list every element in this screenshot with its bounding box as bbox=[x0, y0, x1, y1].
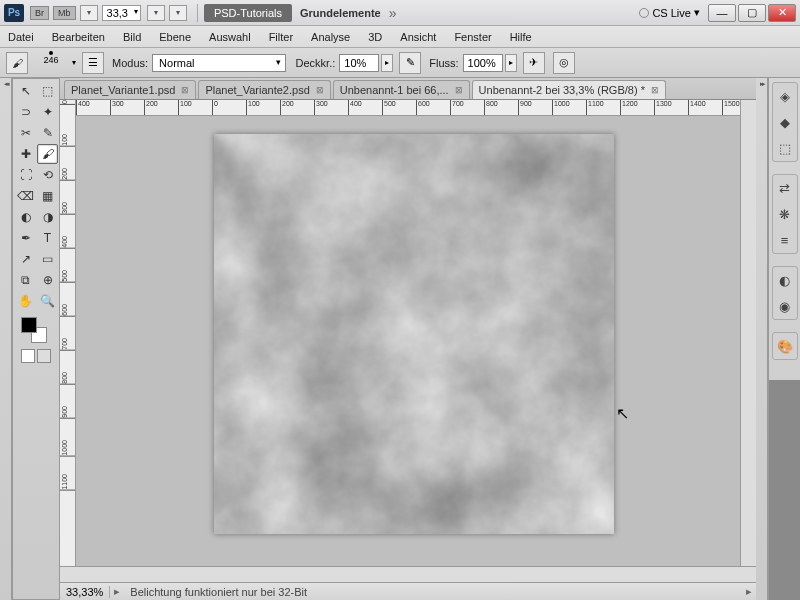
menu-filter[interactable]: Filter bbox=[269, 31, 293, 43]
arrange-dropdown-icon[interactable] bbox=[147, 5, 165, 21]
dropdown-arrow-icon[interactable]: ▾ bbox=[72, 58, 76, 67]
menu-bearbeiten[interactable]: Bearbeiten bbox=[52, 31, 105, 43]
flow-flyout-icon[interactable]: ▸ bbox=[505, 54, 517, 72]
workspace: ↖⬚⊃✦✂✎✚🖌⛶⟲⌫▦◐◑✒T↗▭⧉⊕✋🔍 Planet_Variante1.… bbox=[0, 78, 800, 600]
history-brush-tool[interactable]: ⟲ bbox=[37, 165, 58, 185]
status-flyout-icon[interactable]: ▸ bbox=[110, 585, 124, 598]
mode-label: Modus: bbox=[112, 57, 148, 69]
opacity-input[interactable]: 10% bbox=[339, 54, 379, 72]
panel-icon[interactable]: ◉ bbox=[775, 296, 795, 316]
menu-fenster[interactable]: Fenster bbox=[454, 31, 491, 43]
maximize-button[interactable]: ▢ bbox=[738, 4, 766, 22]
status-flyout2-icon[interactable]: ▸ bbox=[742, 585, 756, 598]
shape-tool[interactable]: ▭ bbox=[37, 249, 58, 269]
minibridge-badge[interactable]: Mb bbox=[53, 6, 76, 20]
gradient-tool[interactable]: ▦ bbox=[37, 186, 58, 206]
menu-ansicht[interactable]: Ansicht bbox=[400, 31, 436, 43]
hand-tool[interactable]: ✋ bbox=[15, 291, 36, 311]
zoom-select[interactable]: 33,3 bbox=[102, 5, 141, 21]
right-collapse-strip[interactable] bbox=[756, 78, 768, 600]
opacity-flyout-icon[interactable]: ▸ bbox=[381, 54, 393, 72]
lasso-tool[interactable]: ⊃ bbox=[15, 102, 36, 122]
panel-icon[interactable]: ◐ bbox=[775, 270, 795, 290]
status-zoom[interactable]: 33,33% bbox=[60, 586, 110, 598]
stamp-tool[interactable]: ⛶ bbox=[15, 165, 36, 185]
tab-close-icon[interactable]: ⊠ bbox=[181, 85, 189, 95]
eyedropper-tool[interactable]: ✎ bbox=[37, 123, 58, 143]
document-tab[interactable]: Planet_Variante1.psd⊠ bbox=[64, 80, 196, 99]
panel-icon[interactable]: ◈ bbox=[775, 86, 795, 106]
cslive-button[interactable]: CS Live ▾ bbox=[639, 6, 700, 19]
chevrons-icon[interactable]: » bbox=[389, 5, 397, 21]
tab-close-icon[interactable]: ⊠ bbox=[651, 85, 659, 95]
vertical-scrollbar[interactable] bbox=[740, 100, 756, 566]
screenmode-dropdown-icon[interactable] bbox=[169, 5, 187, 21]
toolbox: ↖⬚⊃✦✂✎✚🖌⛶⟲⌫▦◐◑✒T↗▭⧉⊕✋🔍 bbox=[12, 78, 60, 600]
path-tool[interactable]: ↗ bbox=[15, 249, 36, 269]
dodge-tool[interactable]: ◑ bbox=[37, 207, 58, 227]
panel-icon[interactable]: 🎨 bbox=[775, 336, 795, 356]
tab-close-icon[interactable]: ⊠ bbox=[316, 85, 324, 95]
tab-close-icon[interactable]: ⊠ bbox=[455, 85, 463, 95]
airbrush-icon[interactable]: ✈ bbox=[523, 52, 545, 74]
tablet-opacity-icon[interactable]: ✎ bbox=[399, 52, 421, 74]
panel-icon[interactable]: ⬚ bbox=[775, 138, 795, 158]
horizontal-ruler: 4003002001000100200300400500600700800900… bbox=[76, 100, 740, 116]
brush-preview[interactable]: 246 bbox=[36, 51, 66, 75]
type-tool[interactable]: T bbox=[37, 228, 58, 248]
film-dropdown-icon[interactable] bbox=[80, 5, 98, 21]
heal-tool[interactable]: ✚ bbox=[15, 144, 36, 164]
tablet-size-icon[interactable]: ◎ bbox=[553, 52, 575, 74]
panel-icon[interactable]: ≡ bbox=[775, 230, 795, 250]
canvas-viewport[interactable]: ↖ bbox=[76, 116, 740, 566]
crop-tool[interactable]: ✂ bbox=[15, 123, 36, 143]
panel-icon[interactable]: ❋ bbox=[775, 204, 795, 224]
color-swatches[interactable] bbox=[15, 317, 57, 345]
canvas[interactable] bbox=[214, 134, 614, 534]
move-tool[interactable]: ↖ bbox=[15, 81, 36, 101]
panel-icon[interactable]: ⇄ bbox=[775, 178, 795, 198]
close-button[interactable]: ✕ bbox=[768, 4, 796, 22]
left-collapse-strip[interactable] bbox=[0, 78, 12, 600]
zoom-tool[interactable]: 🔍 bbox=[37, 291, 58, 311]
menu-3d[interactable]: 3D bbox=[368, 31, 382, 43]
3d-tool[interactable]: ⧉ bbox=[15, 270, 36, 290]
menu-hilfe[interactable]: Hilfe bbox=[510, 31, 532, 43]
cursor-icon: ↖ bbox=[616, 404, 629, 423]
menu-datei[interactable]: Datei bbox=[8, 31, 34, 43]
menu-analyse[interactable]: Analyse bbox=[311, 31, 350, 43]
menu-auswahl[interactable]: Auswahl bbox=[209, 31, 251, 43]
quickmask-mode-button[interactable] bbox=[37, 349, 51, 363]
bridge-badge[interactable]: Br bbox=[30, 6, 49, 20]
workspace-label[interactable]: PSD-Tutorials bbox=[204, 4, 292, 22]
eraser-tool[interactable]: ⌫ bbox=[15, 186, 36, 206]
brush-tool[interactable]: 🖌 bbox=[37, 144, 58, 164]
horizontal-scrollbar[interactable] bbox=[60, 566, 756, 582]
title-bar: Ps Br Mb 33,3 PSD-Tutorials Grundelement… bbox=[0, 0, 800, 26]
panel-icon[interactable]: ◆ bbox=[775, 112, 795, 132]
minimize-button[interactable]: — bbox=[708, 4, 736, 22]
window-buttons: — ▢ ✕ bbox=[706, 4, 796, 22]
document-tab[interactable]: Unbenannt-2 bei 33,3% (RGB/8) *⊠ bbox=[472, 80, 666, 99]
wand-tool[interactable]: ✦ bbox=[37, 102, 58, 122]
menu-bar: DateiBearbeitenBildEbeneAuswahlFilterAna… bbox=[0, 26, 800, 48]
flow-input[interactable]: 100% bbox=[463, 54, 503, 72]
foreground-swatch[interactable] bbox=[21, 317, 37, 333]
brush-panel-icon[interactable]: ☰ bbox=[82, 52, 104, 74]
menu-ebene[interactable]: Ebene bbox=[159, 31, 191, 43]
menu-bild[interactable]: Bild bbox=[123, 31, 141, 43]
panel-group: ⇄❋≡ bbox=[772, 174, 798, 254]
pen-tool[interactable]: ✒ bbox=[15, 228, 36, 248]
blur-tool[interactable]: ◐ bbox=[15, 207, 36, 227]
3d-camera-tool[interactable]: ⊕ bbox=[37, 270, 58, 290]
canvas-column: 4003002001000100200300400500600700800900… bbox=[76, 100, 740, 566]
standard-mode-button[interactable] bbox=[21, 349, 35, 363]
panel-group: ◈◆⬚ bbox=[772, 82, 798, 162]
panel-dock: ◈◆⬚⇄❋≡◐◉🎨 bbox=[768, 78, 800, 600]
document-tab[interactable]: Planet_Variante2.psd⊠ bbox=[198, 80, 330, 99]
marquee-tool[interactable]: ⬚ bbox=[37, 81, 58, 101]
mode-select[interactable]: Normal bbox=[152, 54, 285, 72]
document-tab[interactable]: Unbenannt-1 bei 66,...⊠ bbox=[333, 80, 470, 99]
clouds-render bbox=[214, 134, 614, 534]
current-tool-icon[interactable]: 🖌 bbox=[6, 52, 28, 74]
